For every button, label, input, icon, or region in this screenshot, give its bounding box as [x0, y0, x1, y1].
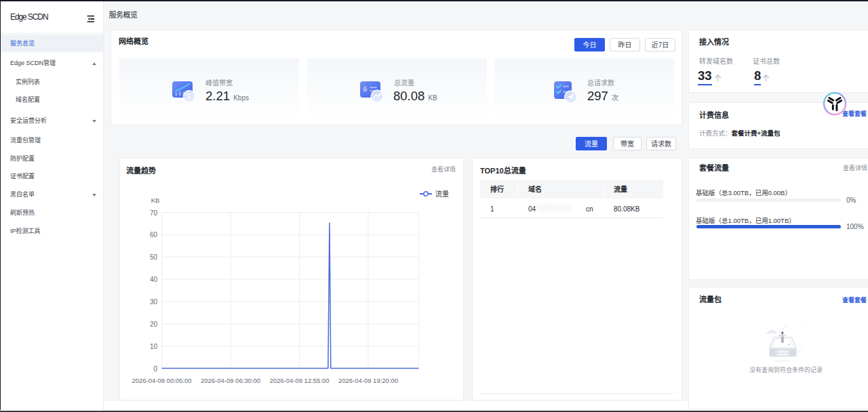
svg-text:60: 60	[150, 231, 158, 239]
svg-text:0: 0	[153, 365, 157, 373]
svg-text:30: 30	[150, 298, 158, 306]
svg-text:KB: KB	[151, 197, 160, 204]
svg-text:2026-04-09 19:20:00: 2026-04-09 19:20:00	[338, 377, 398, 384]
svg-text:2026-04-09 06:30:00: 2026-04-09 06:30:00	[201, 377, 260, 384]
svg-text:流量: 流量	[435, 190, 449, 198]
svg-text:40: 40	[150, 276, 158, 283]
svg-text:2026-04-09 12:55:00: 2026-04-09 12:55:00	[269, 377, 329, 384]
svg-text:10: 10	[150, 343, 158, 350]
svg-text:20: 20	[150, 321, 158, 328]
svg-text:70: 70	[150, 209, 158, 217]
svg-text:2026-04-09 00:05:00: 2026-04-09 00:05:00	[132, 377, 191, 384]
svg-text:50: 50	[150, 253, 158, 261]
